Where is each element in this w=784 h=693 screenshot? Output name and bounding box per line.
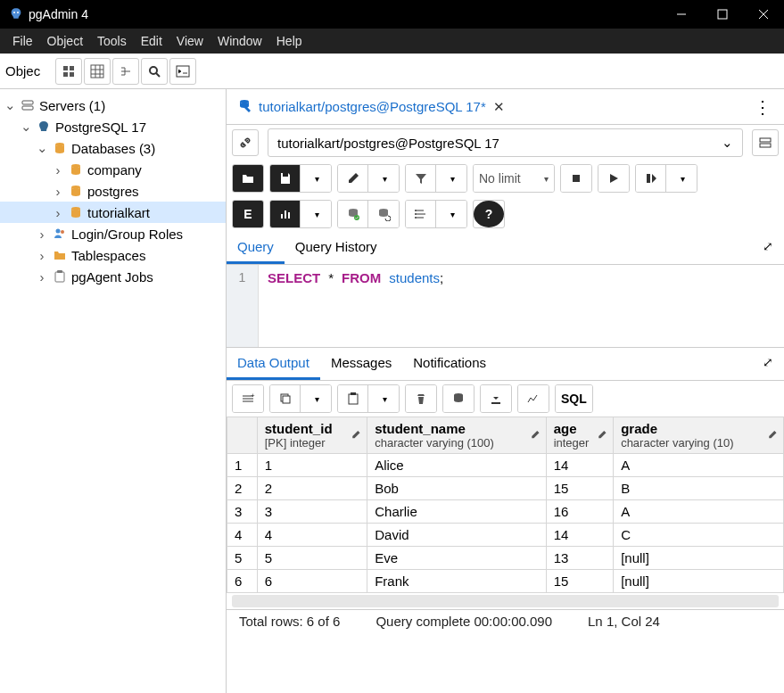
cell-grade[interactable]: A xyxy=(614,454,784,477)
table-row[interactable]: 55Eve13[null] xyxy=(227,547,784,570)
cell-student-id[interactable]: 3 xyxy=(257,500,367,524)
row-number[interactable]: 4 xyxy=(227,524,258,547)
tree-postgresql17[interactable]: ⌄ PostgreSQL 17 xyxy=(0,116,226,137)
connection-status-icon[interactable] xyxy=(232,129,259,156)
chevron-right-icon[interactable]: › xyxy=(36,269,48,285)
commit-button[interactable] xyxy=(338,201,368,227)
cell-grade[interactable]: A xyxy=(614,500,784,524)
cell-student-name[interactable]: Alice xyxy=(367,454,546,477)
sql-editor[interactable]: 1 SELECT * FROM students; xyxy=(227,265,784,347)
chevron-down-icon[interactable]: ⌄ xyxy=(4,97,16,113)
psql-icon[interactable] xyxy=(169,58,196,85)
row-number[interactable]: 1 xyxy=(227,454,258,477)
table-row[interactable]: 66Frank15[null] xyxy=(227,570,784,593)
explain-analyze-button[interactable]: E xyxy=(233,201,263,227)
explain-button[interactable] xyxy=(636,165,666,192)
cell-student-name[interactable]: Eve xyxy=(367,547,546,570)
menu-help[interactable]: Help xyxy=(276,34,302,48)
cell-age[interactable]: 15 xyxy=(546,477,613,500)
macros-button[interactable] xyxy=(406,201,436,227)
column-header[interactable]: gradecharacter varying (10) xyxy=(614,417,784,454)
graph-visualizer-button[interactable] xyxy=(518,385,549,412)
tab-menu-button[interactable]: ⋮ xyxy=(741,96,784,118)
sql-button[interactable]: SQL xyxy=(556,385,592,412)
table-row[interactable]: 44David14C xyxy=(227,524,784,547)
grid-icon[interactable] xyxy=(84,58,111,85)
table-row[interactable]: 11Alice14A xyxy=(227,454,784,477)
cell-student-name[interactable]: Charlie xyxy=(367,500,546,524)
tree-tablespaces[interactable]: › Tablespaces xyxy=(0,244,226,266)
edit-column-icon[interactable] xyxy=(530,428,541,443)
chevron-right-icon[interactable]: › xyxy=(52,205,64,220)
column-header[interactable]: student_namecharacter varying (100) xyxy=(367,417,546,454)
paste-dropdown[interactable]: ▾ xyxy=(368,385,399,412)
tab-data-output[interactable]: Data Output xyxy=(227,348,320,380)
edit-column-icon[interactable] xyxy=(351,428,361,443)
macros-dropdown[interactable]: ▾ xyxy=(436,201,466,227)
new-connection-button[interactable] xyxy=(752,129,779,156)
menu-file[interactable]: File xyxy=(12,34,33,48)
cell-student-id[interactable]: 4 xyxy=(257,524,367,547)
chevron-right-icon[interactable]: › xyxy=(52,184,64,199)
cell-student-name[interactable]: Bob xyxy=(367,477,546,500)
search-icon[interactable] xyxy=(141,58,168,85)
tab-notifications[interactable]: Notifications xyxy=(402,348,497,380)
download-button[interactable] xyxy=(481,385,511,412)
window-maximize-button[interactable] xyxy=(702,0,743,29)
cell-student-id[interactable]: 5 xyxy=(257,547,367,570)
chevron-right-icon[interactable]: › xyxy=(52,162,64,177)
explain-graphical-dropdown[interactable]: ▾ xyxy=(301,201,331,227)
row-number[interactable]: 2 xyxy=(227,477,258,500)
table-row[interactable]: 22Bob15B xyxy=(227,477,784,500)
object-panel-header[interactable]: Objec xyxy=(0,54,54,88)
table-row[interactable]: 33Charlie16A xyxy=(227,500,784,524)
edit-column-icon[interactable] xyxy=(767,428,778,443)
menu-edit[interactable]: Edit xyxy=(141,34,162,48)
tree-login-roles[interactable]: › Login/Group Roles xyxy=(0,223,226,244)
tab-messages[interactable]: Messages xyxy=(320,348,402,380)
cell-student-id[interactable]: 2 xyxy=(257,477,367,500)
tree-db-company[interactable]: › company xyxy=(0,159,226,180)
explain-graphical-button[interactable] xyxy=(270,201,301,227)
cell-student-id[interactable]: 1 xyxy=(257,454,367,477)
tab-close-icon[interactable]: ✕ xyxy=(493,99,505,115)
expand-output-icon[interactable]: ⤢ xyxy=(752,348,784,380)
edit-button[interactable] xyxy=(338,165,368,192)
cell-grade[interactable]: C xyxy=(614,524,784,547)
dependencies-icon[interactable] xyxy=(112,58,139,85)
filter-dropdown[interactable]: ▾ xyxy=(436,165,466,192)
cell-age[interactable]: 14 xyxy=(546,454,613,477)
properties-icon[interactable] xyxy=(55,58,82,85)
cell-age[interactable]: 13 xyxy=(546,547,613,570)
save-data-button[interactable] xyxy=(443,385,474,412)
tree-db-postgres[interactable]: › postgres xyxy=(0,180,226,202)
paste-button[interactable] xyxy=(338,385,368,412)
results-grid[interactable]: student_id[PK] integerstudent_namecharac… xyxy=(227,417,784,593)
save-dropdown[interactable]: ▾ xyxy=(301,165,331,192)
explain-dropdown[interactable]: ▾ xyxy=(666,165,697,192)
cell-age[interactable]: 15 xyxy=(546,570,613,593)
column-header[interactable]: ageinteger xyxy=(546,417,613,454)
open-file-button[interactable] xyxy=(233,165,263,192)
tab-query-history[interactable]: Query History xyxy=(285,232,388,264)
rownum-header[interactable] xyxy=(227,417,258,454)
execute-button[interactable] xyxy=(598,165,629,192)
cell-student-name[interactable]: Frank xyxy=(367,570,546,593)
tree-pgagent[interactable]: › pgAgent Jobs xyxy=(0,266,226,287)
menu-window[interactable]: Window xyxy=(218,34,262,48)
window-close-button[interactable] xyxy=(743,0,784,29)
menu-object[interactable]: Object xyxy=(47,34,83,48)
cell-student-id[interactable]: 6 xyxy=(257,570,367,593)
copy-button[interactable] xyxy=(270,385,301,412)
expand-editor-icon[interactable]: ⤢ xyxy=(752,232,784,264)
connection-dropdown[interactable]: tutorialkart/postgres@PostgreSQL 17 ⌄ xyxy=(268,128,743,157)
help-button[interactable]: ? xyxy=(474,201,504,227)
menu-tools[interactable]: Tools xyxy=(97,34,127,48)
cell-age[interactable]: 16 xyxy=(546,500,613,524)
cell-student-name[interactable]: David xyxy=(367,524,546,547)
row-number[interactable]: 5 xyxy=(227,547,258,570)
chevron-down-icon[interactable]: ⌄ xyxy=(20,119,32,135)
chevron-down-icon[interactable]: ⌄ xyxy=(36,140,48,156)
horizontal-scrollbar[interactable] xyxy=(232,595,779,607)
filter-button[interactable] xyxy=(406,165,436,192)
